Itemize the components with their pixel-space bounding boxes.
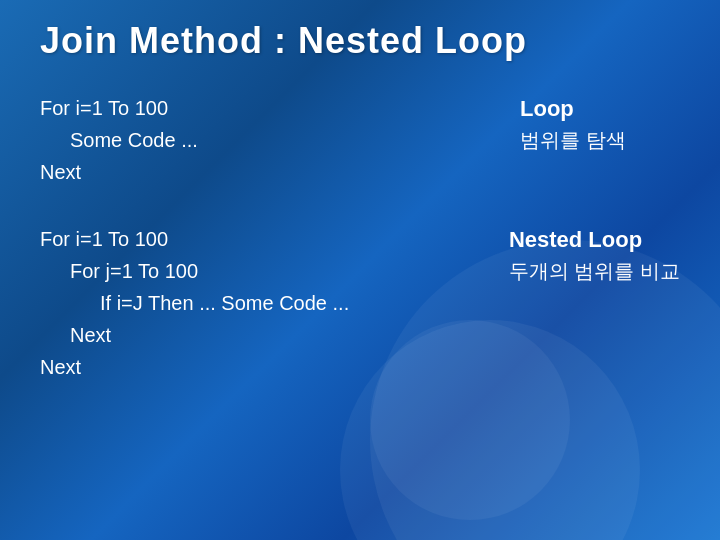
code-line-1: For i=1 To 100 bbox=[40, 92, 480, 124]
code-nested-line-2: For j=1 To 100 bbox=[40, 255, 449, 287]
background: Join Method : Nested Loop For i=1 To 100… bbox=[0, 0, 720, 540]
label-nested-title: Nested Loop bbox=[509, 223, 680, 256]
section-simple-loop: For i=1 To 100 Some Code ... Next Loop 범… bbox=[40, 92, 680, 188]
label-nested-desc: 두개의 범위를 비교 bbox=[509, 256, 680, 286]
page-title: Join Method : Nested Loop bbox=[40, 20, 680, 62]
label-nested-loop: Nested Loop 두개의 범위를 비교 bbox=[509, 223, 680, 286]
code-nested-line-1: For i=1 To 100 bbox=[40, 223, 449, 255]
code-block-nested: For i=1 To 100 For j=1 To 100 If i=J The… bbox=[40, 223, 449, 383]
label-loop-title: Loop bbox=[520, 92, 680, 125]
code-line-2: Some Code ... bbox=[40, 124, 480, 156]
label-loop-desc: 범위를 탐색 bbox=[520, 125, 680, 155]
code-nested-line-3: If i=J Then ... Some Code ... bbox=[40, 287, 449, 319]
code-nested-line-4: Next bbox=[40, 319, 449, 351]
section-nested-loop: For i=1 To 100 For j=1 To 100 If i=J The… bbox=[40, 223, 680, 383]
code-line-3: Next bbox=[40, 156, 480, 188]
main-content: Join Method : Nested Loop For i=1 To 100… bbox=[0, 0, 720, 438]
code-nested-line-5: Next bbox=[40, 351, 449, 383]
code-block-simple: For i=1 To 100 Some Code ... Next bbox=[40, 92, 480, 188]
label-simple-loop: Loop 범위를 탐색 bbox=[520, 92, 680, 155]
